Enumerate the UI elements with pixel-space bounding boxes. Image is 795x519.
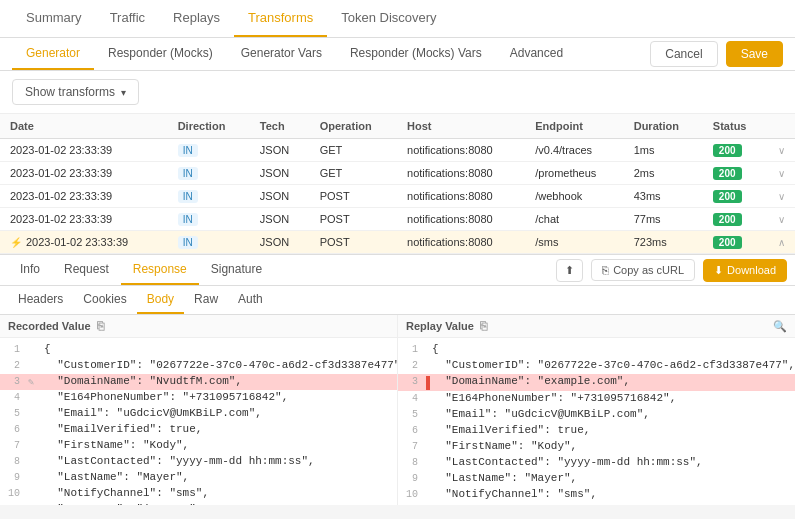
cell-operation: POST (310, 185, 397, 208)
line-content: "NotifyChannel": "sms", (44, 487, 209, 499)
table-row[interactable]: ⚡2023-01-02 23:33:39 IN JSON POST notifi… (0, 231, 795, 254)
download-button[interactable]: ⬇ Download (703, 259, 787, 282)
cell-direction: IN (168, 208, 250, 231)
line-content: "CustomerID": "0267722e-37c0-470c-a6d2-c… (44, 359, 398, 371)
code-line: 6 "EmailVerified": true, (398, 423, 795, 439)
code-line: 7 "FirstName": "Kody", (0, 438, 397, 454)
sub-tab-responder-mocks[interactable]: Responder (Mocks) (94, 38, 227, 70)
cell-tech: JSON (250, 162, 310, 185)
line-content: "E164PhoneNumber": "+731095716842", (44, 391, 288, 403)
copy-as-curl-button[interactable]: ⎘ Copy as cURL (591, 259, 695, 281)
line-number: 10 (0, 487, 28, 499)
col-host: Host (397, 114, 525, 139)
cell-expand[interactable]: ∧ (768, 231, 795, 254)
cell-expand[interactable]: ∨ (768, 208, 795, 231)
cell-endpoint: /webhook (525, 185, 623, 208)
cell-operation: GET (310, 139, 397, 162)
sub-tab-advanced[interactable]: Advanced (496, 38, 577, 70)
code-line: 4 "E164PhoneNumber": "+731095716842", (0, 390, 397, 406)
cell-host: notifications:8080 (397, 185, 525, 208)
cell-endpoint: /chat (525, 208, 623, 231)
download-label: Download (727, 264, 776, 276)
line-content: { (44, 343, 51, 355)
cell-host: notifications:8080 (397, 162, 525, 185)
response-tab-signature[interactable]: Signature (199, 255, 274, 285)
cell-date: 2023-01-02 23:33:39 (0, 208, 168, 231)
line-edit-icon (28, 359, 44, 360)
tab-transforms[interactable]: Transforms (234, 0, 327, 37)
tab-summary[interactable]: Summary (12, 0, 96, 37)
line-number: 1 (0, 343, 28, 355)
response-tab-request[interactable]: Request (52, 255, 121, 285)
copy-icon-small: ⎘ (602, 264, 609, 276)
tab-token-discovery[interactable]: Token Discovery (327, 0, 450, 37)
body-tab-headers[interactable]: Headers (8, 286, 73, 314)
line-edit-icon[interactable]: ✎ (28, 375, 44, 388)
chevron-down-icon: ▾ (121, 87, 126, 98)
show-transforms-label: Show transforms (25, 85, 115, 99)
cell-expand[interactable]: ∨ (768, 185, 795, 208)
cell-operation: GET (310, 162, 397, 185)
code-line: 2 "CustomerID": "0267722e-37c0-470c-a6d2… (398, 358, 795, 374)
table-row[interactable]: 2023-01-02 23:33:39 IN JSON POST notific… (0, 208, 795, 231)
replay-value-label: Replay Value (406, 320, 474, 332)
share-button[interactable]: ⬆ (556, 259, 583, 282)
line-content: "E164PhoneNumber": "+731095716842", (432, 392, 676, 404)
cell-status: 200 (703, 162, 768, 185)
col-expand (768, 114, 795, 139)
body-tab-raw[interactable]: Raw (184, 286, 228, 314)
line-content: "UserName": "jErnMmM" (432, 504, 584, 505)
replay-value-header: Replay Value ⎘ 🔍 (398, 315, 795, 338)
cell-tech: JSON (250, 231, 310, 254)
cell-expand[interactable]: ∨ (768, 162, 795, 185)
code-line: 1 { (0, 342, 397, 358)
sub-tab-generator-vars[interactable]: Generator Vars (227, 38, 336, 70)
response-tab-info[interactable]: Info (8, 255, 52, 285)
cell-host: notifications:8080 (397, 208, 525, 231)
col-endpoint: Endpoint (525, 114, 623, 139)
show-transforms-button[interactable]: Show transforms ▾ (12, 79, 139, 105)
cell-date: 2023-01-02 23:33:39 (0, 162, 168, 185)
line-content: "UserName": "jErnMmM" (44, 503, 196, 505)
cell-duration: 43ms (624, 185, 703, 208)
line-number: 9 (398, 472, 426, 484)
cell-date: ⚡2023-01-02 23:33:39 (0, 231, 168, 254)
save-button[interactable]: Save (726, 41, 783, 67)
tab-replays[interactable]: Replays (159, 0, 234, 37)
response-tab-response[interactable]: Response (121, 255, 199, 285)
cancel-button[interactable]: Cancel (650, 41, 717, 67)
table-row[interactable]: 2023-01-02 23:33:39 IN JSON GET notifica… (0, 139, 795, 162)
body-tab-body[interactable]: Body (137, 286, 184, 314)
code-line: 11 "UserName": "jErnMmM" (0, 502, 397, 505)
body-tab-auth[interactable]: Auth (228, 286, 273, 314)
cell-date: 2023-01-02 23:33:39 (0, 139, 168, 162)
replay-code: 1 { 2 "CustomerID": "0267722e-37c0-470c-… (398, 338, 795, 505)
sub-tab-generator[interactable]: Generator (12, 38, 94, 70)
line-number: 11 (398, 504, 426, 505)
cell-status: 200 (703, 231, 768, 254)
line-content: { (432, 343, 439, 355)
line-number: 3 (398, 375, 426, 387)
cell-duration: 1ms (624, 139, 703, 162)
line-number: 9 (0, 471, 28, 483)
line-content: "LastName": "Mayer", (432, 472, 577, 484)
tab-traffic[interactable]: Traffic (96, 0, 159, 37)
body-tab-cookies[interactable]: Cookies (73, 286, 136, 314)
line-content: "LastContacted": "yyyy-mm-dd hh:mm:ss", (432, 456, 703, 468)
line-number: 5 (0, 407, 28, 419)
table-row[interactable]: 2023-01-02 23:33:39 IN JSON GET notifica… (0, 162, 795, 185)
col-operation: Operation (310, 114, 397, 139)
line-edit-icon (28, 407, 44, 408)
cell-status: 200 (703, 185, 768, 208)
copy-replay-icon[interactable]: ⎘ (480, 319, 487, 333)
copy-recorded-icon[interactable]: ⎘ (97, 319, 104, 333)
copy-as-curl-label: Copy as cURL (613, 264, 684, 276)
search-icon[interactable]: 🔍 (773, 320, 787, 333)
code-line: 10 "NotifyChannel": "sms", (0, 486, 397, 502)
cell-expand[interactable]: ∨ (768, 139, 795, 162)
line-content: "NotifyChannel": "sms", (432, 488, 597, 500)
cell-tech: JSON (250, 185, 310, 208)
sub-tab-responder-mocks-vars[interactable]: Responder (Mocks) Vars (336, 38, 496, 70)
cell-direction: IN (168, 231, 250, 254)
table-row[interactable]: 2023-01-02 23:33:39 IN JSON POST notific… (0, 185, 795, 208)
